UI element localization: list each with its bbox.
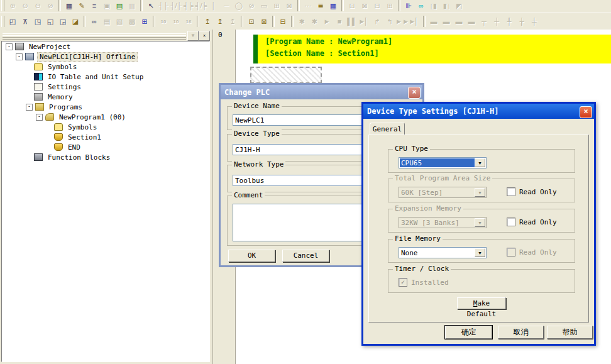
file-memory-label: File Memory: [393, 234, 443, 243]
checkbox-icon[interactable]: [507, 187, 515, 196]
show-rung-wrapping-icon[interactable]: ▤: [113, 0, 126, 12]
pause-simulation-icon: ▌▌: [346, 15, 358, 28]
tree-item-settings[interactable]: Settings: [2, 82, 209, 92]
toolbar-separator: [197, 16, 199, 27]
panel-close-button[interactable]: ×: [199, 31, 210, 41]
tree-item-function-blocks[interactable]: Function Blocks: [2, 152, 209, 162]
toolbar-separator: [153, 16, 155, 27]
new-closed-contact-icon: ┤/├: [170, 0, 182, 12]
change-plc-close-button[interactable]: ×: [408, 87, 421, 99]
tab-general[interactable]: General: [370, 123, 405, 136]
rung-annotation-list-icon[interactable]: ≡: [88, 0, 101, 12]
tree-expand-toggle[interactable]: -: [6, 43, 13, 50]
tree-item-label: Symbols: [46, 63, 79, 71]
tree-item-label: IO Table and Unit Setup: [46, 73, 145, 81]
rung-number: 0: [218, 31, 223, 39]
transfer-from-plc-icon[interactable]: ↥: [214, 15, 226, 28]
program-area-readonly-checkbox[interactable]: Read Only: [507, 187, 557, 196]
find-binoculars-icon[interactable]: ∞: [88, 15, 101, 28]
checkbox-icon[interactable]: [507, 218, 515, 226]
tree-expand-toggle[interactable]: -: [16, 53, 23, 60]
monitor-hex-16-icon: 16: [182, 15, 195, 28]
view-cross-reference-icon[interactable]: ◱: [44, 15, 57, 28]
step-run-icon: ►▏: [358, 15, 371, 28]
file-memory-combo[interactable]: None ▼: [399, 247, 487, 258]
toolbar-grip[interactable]: [1, 16, 4, 27]
zoom-reset-icon: ⊙: [19, 0, 31, 12]
tree-item-label: END: [66, 143, 82, 152]
change-plc-titlebar[interactable]: Change PLC ×: [221, 85, 422, 99]
transfer-monitor-icon[interactable]: ⊟: [277, 15, 289, 28]
tree-item-symbols[interactable]: Symbols: [2, 62, 209, 72]
make-default-button[interactable]: Make Default: [457, 297, 506, 309]
help-button[interactable]: 帮助: [547, 326, 593, 339]
transfer-to-plc-icon[interactable]: ↥: [201, 15, 214, 28]
new-horizontal-line-icon: ─: [220, 0, 233, 12]
button-label: ake Default: [467, 299, 496, 318]
device-settings-titlebar[interactable]: Device Type Settings [CJ1H-H] ×: [363, 104, 594, 119]
tree-item-label: Function Blocks: [46, 153, 112, 162]
ok-button[interactable]: 确定: [445, 326, 492, 339]
file-memory-value: None: [400, 248, 475, 257]
stop-simulation-icon: ■: [333, 15, 346, 28]
cancel-button[interactable]: Cancel: [282, 250, 329, 262]
program-comment-rung[interactable]: [Program Name : NewProgram1] [Section Na…: [253, 35, 611, 63]
ok-button[interactable]: OK: [228, 250, 275, 262]
toolbar-grip[interactable]: [1, 0, 4, 11]
view-output-window-icon[interactable]: ◲: [57, 15, 69, 28]
toolbar-separator: [291, 16, 294, 27]
tree-item-io-table-and-unit-setup[interactable]: IO Table and Unit Setup: [2, 72, 209, 82]
step-into-icon: ↱: [371, 15, 383, 28]
tree-item-newproject[interactable]: -NewProject: [2, 41, 209, 52]
new-open-contact-or-icon: ╡╞: [182, 0, 195, 12]
chevron-down-icon[interactable]: ▼: [475, 158, 485, 167]
tree-item-newplc1-cj1h-h-offline[interactable]: -NewPLC1[CJ1H-H] Offline: [2, 52, 209, 62]
expansion-memory-group: Expansion Memory 32KW [3 Banks] ▼ Read O…: [388, 209, 575, 233]
device-settings-close-button[interactable]: ×: [580, 106, 592, 118]
hex-keypad-icon[interactable]: ⊞: [138, 15, 151, 28]
tree-expand-toggle[interactable]: -: [26, 104, 33, 111]
tree-item-symbols[interactable]: Symbols: [2, 122, 209, 132]
differential-monitor-icon[interactable]: ⊪: [402, 0, 415, 12]
tree-item-section1[interactable]: Section1: [2, 132, 209, 142]
window-layout-icon[interactable]: ◰: [6, 15, 19, 28]
toolbar-separator: [398, 0, 400, 11]
compile-program-icon[interactable]: ⊼: [19, 15, 31, 28]
tree-item-programs[interactable]: -Programs: [2, 102, 209, 112]
properties-icon[interactable]: ◪: [69, 15, 82, 28]
tree-expand-toggle[interactable]: -: [36, 114, 43, 121]
work-online-simulator-icon[interactable]: ⊠: [258, 15, 270, 28]
cancel-button[interactable]: 取消: [498, 326, 544, 339]
panel-drag-grip[interactable]: [3, 33, 186, 38]
show-grid-icon[interactable]: ▦: [63, 0, 75, 12]
file-memory-group: File Memory None ▼ Read Only: [388, 239, 575, 263]
toolbar-row-2: ◰⊼◳◱◲◪∞▤▧▩⊞101016↥↥↥⊡⊠⊟✱✱►■▌▌►▏↱↰►►►▏▬▬▬…: [0, 13, 611, 30]
cpu-type-combo[interactable]: CPU65 ▼: [399, 157, 487, 168]
tree-item-label: Symbols: [66, 123, 99, 131]
view-io-comment-icon: ▧: [113, 15, 126, 28]
toolbar-separator: [241, 16, 243, 27]
view-watch-window-icon[interactable]: ◳: [31, 15, 44, 28]
new-coil-icon: ◯: [233, 0, 245, 12]
program-area-group: Total Program Area Size 60K [Step] ▼ Rea…: [388, 179, 575, 202]
diff-both-1-icon: ╀: [503, 15, 515, 28]
tree-item-end[interactable]: END: [2, 142, 209, 152]
selected-ladder-cell[interactable]: [250, 67, 322, 84]
stacked-sheets-icon[interactable]: ≣: [314, 0, 327, 12]
rung-comment-edit-icon[interactable]: ✎: [75, 0, 88, 12]
chevron-down-icon[interactable]: ▼: [475, 248, 485, 257]
tree-item-newprogram1-00[interactable]: -NewProgram1 (00): [2, 112, 209, 122]
watch-window-glasses-icon[interactable]: ∞: [415, 0, 427, 12]
panel-dropdown-button: ▼: [187, 31, 199, 41]
tree-item-memory[interactable]: Memory: [2, 92, 209, 102]
work-online-icon[interactable]: ⊡: [245, 15, 258, 28]
keyboard-mapping-icon[interactable]: ▦: [327, 0, 339, 12]
toolbar-area: ⊕⊙⊖⊘▦✎≡▣▤▥↖┤├┤/├╡╞╡/╞│─◯⊘▭⊞⊠⋯≣▦⊡⊠⊟⊞⊪∞◨◧◩…: [0, 0, 611, 30]
panel-header[interactable]: ▼ ×: [1, 31, 211, 40]
tree-item-label: Programs: [47, 103, 84, 111]
tree-item-label: Memory: [46, 93, 75, 101]
toolbar-separator: [84, 16, 86, 27]
expansion-memory-readonly-checkbox[interactable]: Read Only: [507, 218, 557, 226]
general-tab-page: CPU Type CPU65 ▼ Total Program Area Size…: [368, 135, 589, 323]
selection-mode-icon[interactable]: ↖: [145, 0, 157, 12]
